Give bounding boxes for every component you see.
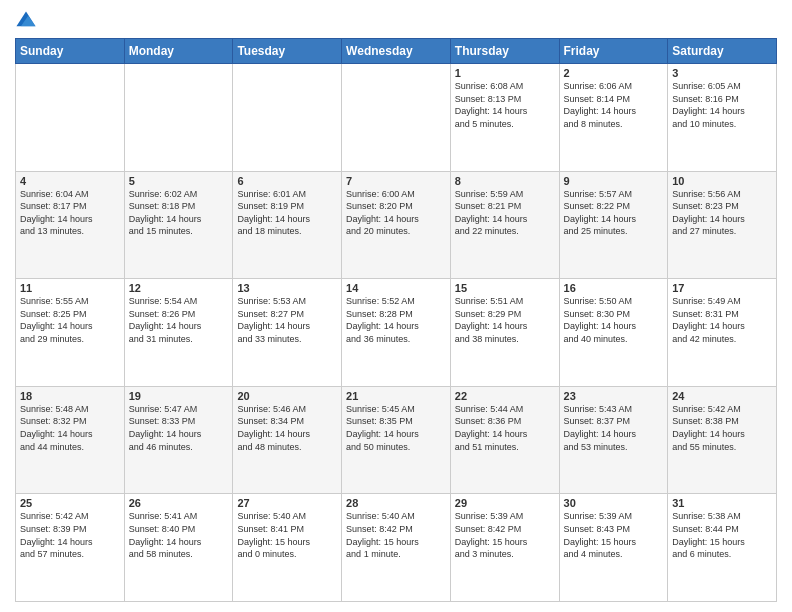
- calendar-cell: 10Sunrise: 5:56 AM Sunset: 8:23 PM Dayli…: [668, 171, 777, 279]
- day-number: 2: [564, 67, 664, 79]
- calendar-cell: 19Sunrise: 5:47 AM Sunset: 8:33 PM Dayli…: [124, 386, 233, 494]
- day-number: 29: [455, 497, 555, 509]
- day-info: Sunrise: 5:42 AM Sunset: 8:38 PM Dayligh…: [672, 403, 772, 453]
- day-number: 31: [672, 497, 772, 509]
- weekday-header-saturday: Saturday: [668, 39, 777, 64]
- calendar-cell: 23Sunrise: 5:43 AM Sunset: 8:37 PM Dayli…: [559, 386, 668, 494]
- day-number: 20: [237, 390, 337, 402]
- day-number: 1: [455, 67, 555, 79]
- logo-icon: [15, 10, 37, 32]
- week-row-3: 11Sunrise: 5:55 AM Sunset: 8:25 PM Dayli…: [16, 279, 777, 387]
- day-info: Sunrise: 5:59 AM Sunset: 8:21 PM Dayligh…: [455, 188, 555, 238]
- day-number: 16: [564, 282, 664, 294]
- calendar-cell: 3Sunrise: 6:05 AM Sunset: 8:16 PM Daylig…: [668, 64, 777, 172]
- weekday-header-sunday: Sunday: [16, 39, 125, 64]
- day-info: Sunrise: 5:42 AM Sunset: 8:39 PM Dayligh…: [20, 510, 120, 560]
- day-info: Sunrise: 5:49 AM Sunset: 8:31 PM Dayligh…: [672, 295, 772, 345]
- weekday-header-monday: Monday: [124, 39, 233, 64]
- day-info: Sunrise: 5:57 AM Sunset: 8:22 PM Dayligh…: [564, 188, 664, 238]
- day-number: 22: [455, 390, 555, 402]
- calendar-cell: [16, 64, 125, 172]
- day-info: Sunrise: 5:51 AM Sunset: 8:29 PM Dayligh…: [455, 295, 555, 345]
- day-number: 15: [455, 282, 555, 294]
- calendar-cell: 17Sunrise: 5:49 AM Sunset: 8:31 PM Dayli…: [668, 279, 777, 387]
- calendar-cell: 5Sunrise: 6:02 AM Sunset: 8:18 PM Daylig…: [124, 171, 233, 279]
- day-info: Sunrise: 5:45 AM Sunset: 8:35 PM Dayligh…: [346, 403, 446, 453]
- day-number: 25: [20, 497, 120, 509]
- calendar-cell: 21Sunrise: 5:45 AM Sunset: 8:35 PM Dayli…: [342, 386, 451, 494]
- calendar-cell: [124, 64, 233, 172]
- day-info: Sunrise: 6:06 AM Sunset: 8:14 PM Dayligh…: [564, 80, 664, 130]
- day-number: 21: [346, 390, 446, 402]
- calendar-cell: 2Sunrise: 6:06 AM Sunset: 8:14 PM Daylig…: [559, 64, 668, 172]
- day-number: 18: [20, 390, 120, 402]
- calendar-cell: 20Sunrise: 5:46 AM Sunset: 8:34 PM Dayli…: [233, 386, 342, 494]
- calendar-cell: 1Sunrise: 6:08 AM Sunset: 8:13 PM Daylig…: [450, 64, 559, 172]
- day-number: 6: [237, 175, 337, 187]
- calendar-cell: 15Sunrise: 5:51 AM Sunset: 8:29 PM Dayli…: [450, 279, 559, 387]
- weekday-header-tuesday: Tuesday: [233, 39, 342, 64]
- week-row-1: 1Sunrise: 6:08 AM Sunset: 8:13 PM Daylig…: [16, 64, 777, 172]
- day-info: Sunrise: 6:04 AM Sunset: 8:17 PM Dayligh…: [20, 188, 120, 238]
- day-info: Sunrise: 5:55 AM Sunset: 8:25 PM Dayligh…: [20, 295, 120, 345]
- day-number: 9: [564, 175, 664, 187]
- day-number: 19: [129, 390, 229, 402]
- day-info: Sunrise: 5:50 AM Sunset: 8:30 PM Dayligh…: [564, 295, 664, 345]
- day-info: Sunrise: 5:56 AM Sunset: 8:23 PM Dayligh…: [672, 188, 772, 238]
- day-number: 7: [346, 175, 446, 187]
- day-number: 3: [672, 67, 772, 79]
- day-number: 12: [129, 282, 229, 294]
- calendar-cell: 27Sunrise: 5:40 AM Sunset: 8:41 PM Dayli…: [233, 494, 342, 602]
- day-info: Sunrise: 5:41 AM Sunset: 8:40 PM Dayligh…: [129, 510, 229, 560]
- day-info: Sunrise: 5:47 AM Sunset: 8:33 PM Dayligh…: [129, 403, 229, 453]
- calendar-cell: 14Sunrise: 5:52 AM Sunset: 8:28 PM Dayli…: [342, 279, 451, 387]
- day-info: Sunrise: 6:02 AM Sunset: 8:18 PM Dayligh…: [129, 188, 229, 238]
- day-info: Sunrise: 5:44 AM Sunset: 8:36 PM Dayligh…: [455, 403, 555, 453]
- day-info: Sunrise: 5:48 AM Sunset: 8:32 PM Dayligh…: [20, 403, 120, 453]
- calendar-cell: 9Sunrise: 5:57 AM Sunset: 8:22 PM Daylig…: [559, 171, 668, 279]
- calendar: SundayMondayTuesdayWednesdayThursdayFrid…: [15, 38, 777, 602]
- day-info: Sunrise: 5:53 AM Sunset: 8:27 PM Dayligh…: [237, 295, 337, 345]
- day-info: Sunrise: 6:01 AM Sunset: 8:19 PM Dayligh…: [237, 188, 337, 238]
- calendar-cell: 4Sunrise: 6:04 AM Sunset: 8:17 PM Daylig…: [16, 171, 125, 279]
- calendar-cell: 8Sunrise: 5:59 AM Sunset: 8:21 PM Daylig…: [450, 171, 559, 279]
- logo: [15, 10, 39, 32]
- week-row-5: 25Sunrise: 5:42 AM Sunset: 8:39 PM Dayli…: [16, 494, 777, 602]
- calendar-cell: 12Sunrise: 5:54 AM Sunset: 8:26 PM Dayli…: [124, 279, 233, 387]
- calendar-cell: 25Sunrise: 5:42 AM Sunset: 8:39 PM Dayli…: [16, 494, 125, 602]
- calendar-cell: 7Sunrise: 6:00 AM Sunset: 8:20 PM Daylig…: [342, 171, 451, 279]
- day-number: 24: [672, 390, 772, 402]
- day-info: Sunrise: 5:52 AM Sunset: 8:28 PM Dayligh…: [346, 295, 446, 345]
- week-row-4: 18Sunrise: 5:48 AM Sunset: 8:32 PM Dayli…: [16, 386, 777, 494]
- calendar-cell: 29Sunrise: 5:39 AM Sunset: 8:42 PM Dayli…: [450, 494, 559, 602]
- weekday-header-wednesday: Wednesday: [342, 39, 451, 64]
- calendar-cell: 28Sunrise: 5:40 AM Sunset: 8:42 PM Dayli…: [342, 494, 451, 602]
- calendar-cell: 26Sunrise: 5:41 AM Sunset: 8:40 PM Dayli…: [124, 494, 233, 602]
- day-number: 13: [237, 282, 337, 294]
- day-number: 17: [672, 282, 772, 294]
- calendar-cell: 6Sunrise: 6:01 AM Sunset: 8:19 PM Daylig…: [233, 171, 342, 279]
- day-info: Sunrise: 6:05 AM Sunset: 8:16 PM Dayligh…: [672, 80, 772, 130]
- day-info: Sunrise: 5:40 AM Sunset: 8:42 PM Dayligh…: [346, 510, 446, 560]
- calendar-cell: 24Sunrise: 5:42 AM Sunset: 8:38 PM Dayli…: [668, 386, 777, 494]
- calendar-cell: 22Sunrise: 5:44 AM Sunset: 8:36 PM Dayli…: [450, 386, 559, 494]
- calendar-cell: 30Sunrise: 5:39 AM Sunset: 8:43 PM Dayli…: [559, 494, 668, 602]
- day-number: 4: [20, 175, 120, 187]
- day-number: 11: [20, 282, 120, 294]
- calendar-cell: [233, 64, 342, 172]
- day-number: 27: [237, 497, 337, 509]
- day-info: Sunrise: 5:38 AM Sunset: 8:44 PM Dayligh…: [672, 510, 772, 560]
- day-info: Sunrise: 6:00 AM Sunset: 8:20 PM Dayligh…: [346, 188, 446, 238]
- day-number: 23: [564, 390, 664, 402]
- day-number: 10: [672, 175, 772, 187]
- weekday-header-row: SundayMondayTuesdayWednesdayThursdayFrid…: [16, 39, 777, 64]
- day-info: Sunrise: 5:39 AM Sunset: 8:43 PM Dayligh…: [564, 510, 664, 560]
- calendar-cell: 13Sunrise: 5:53 AM Sunset: 8:27 PM Dayli…: [233, 279, 342, 387]
- day-number: 14: [346, 282, 446, 294]
- day-number: 28: [346, 497, 446, 509]
- day-number: 5: [129, 175, 229, 187]
- day-info: Sunrise: 6:08 AM Sunset: 8:13 PM Dayligh…: [455, 80, 555, 130]
- calendar-cell: 31Sunrise: 5:38 AM Sunset: 8:44 PM Dayli…: [668, 494, 777, 602]
- header: [15, 10, 777, 32]
- day-info: Sunrise: 5:39 AM Sunset: 8:42 PM Dayligh…: [455, 510, 555, 560]
